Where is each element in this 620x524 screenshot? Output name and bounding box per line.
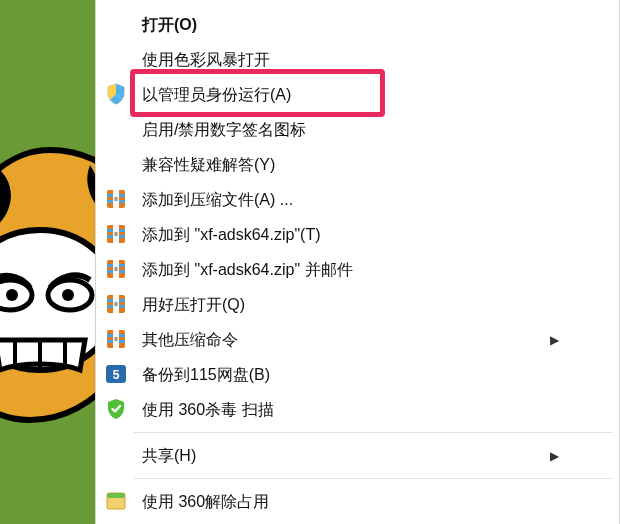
menu-add-archive[interactable]: 添加到压缩文件(A) ...	[96, 182, 619, 217]
menu-item-label: 以管理员身份运行(A)	[142, 86, 291, 103]
menu-other-archive[interactable]: 其他压缩命令 ▶	[96, 322, 619, 357]
archive-icon	[104, 292, 130, 318]
submenu-arrow-icon: ▶	[550, 438, 559, 473]
menu-compat-troubleshoot[interactable]: 兼容性疑难解答(Y)	[96, 147, 619, 182]
context-menu: 打开(O) 使用色彩风暴打开 以管理员身份运行(A) 启用/禁用数字签名图标 兼…	[95, 0, 620, 524]
menu-item-label: 使用 360杀毒 扫描	[142, 401, 274, 418]
menu-item-label: 启用/禁用数字签名图标	[142, 121, 306, 138]
menu-item-label: 共享(H)	[142, 447, 196, 464]
archive-icon	[104, 222, 130, 248]
menu-item-label: 添加到 "xf-adsk64.zip"(T)	[142, 226, 321, 243]
archive-icon	[104, 257, 130, 283]
menu-add-zip-mail[interactable]: 添加到 "xf-adsk64.zip" 并邮件	[96, 252, 619, 287]
menu-360-force-delete[interactable]: 使用 360强力删除	[96, 519, 619, 524]
menu-backup-115[interactable]: 5 备份到115网盘(B)	[96, 357, 619, 392]
menu-item-label: 打开(O)	[142, 16, 197, 33]
menu-item-label: 添加到 "xf-adsk64.zip" 并邮件	[142, 261, 353, 278]
shield-icon	[104, 82, 130, 108]
screenshot-stage: 打开(O) 使用色彩风暴打开 以管理员身份运行(A) 启用/禁用数字签名图标 兼…	[0, 0, 620, 524]
360-window-icon	[104, 489, 130, 515]
115-disk-icon: 5	[104, 362, 130, 388]
svg-point-3	[6, 289, 18, 301]
archive-icon	[104, 187, 130, 213]
menu-item-label: 使用色彩风暴打开	[142, 51, 270, 68]
submenu-arrow-icon: ▶	[550, 322, 559, 357]
menu-separator	[134, 432, 613, 433]
menu-open-color-storm[interactable]: 使用色彩风暴打开	[96, 42, 619, 77]
menu-item-label: 兼容性疑难解答(Y)	[142, 156, 275, 173]
menu-separator	[134, 478, 613, 479]
svg-rect-29	[115, 337, 118, 341]
menu-open[interactable]: 打开(O)	[96, 7, 619, 42]
svg-rect-14	[115, 232, 118, 236]
svg-point-4	[62, 289, 74, 301]
menu-add-zip-t[interactable]: 添加到 "xf-adsk64.zip"(T)	[96, 217, 619, 252]
menu-item-label: 备份到115网盘(B)	[142, 366, 270, 383]
svg-rect-19	[115, 267, 118, 271]
menu-360-unlock[interactable]: 使用 360解除占用	[96, 484, 619, 519]
menu-item-label: 其他压缩命令	[142, 331, 238, 348]
menu-digital-signature[interactable]: 启用/禁用数字签名图标	[96, 112, 619, 147]
svg-text:5: 5	[113, 368, 120, 382]
archive-icon	[104, 327, 130, 353]
menu-open-haozip[interactable]: 用好压打开(Q)	[96, 287, 619, 322]
svg-rect-24	[115, 302, 118, 306]
menu-item-label: 添加到压缩文件(A) ...	[142, 191, 293, 208]
menu-item-label: 用好压打开(Q)	[142, 296, 245, 313]
menu-item-label: 使用 360解除占用	[142, 493, 269, 510]
360-shield-icon	[104, 397, 130, 423]
menu-share[interactable]: 共享(H) ▶	[96, 438, 619, 473]
menu-run-as-admin[interactable]: 以管理员身份运行(A)	[96, 77, 619, 112]
svg-rect-33	[107, 493, 125, 498]
svg-rect-9	[115, 197, 118, 201]
menu-scan-360[interactable]: 使用 360杀毒 扫描	[96, 392, 619, 427]
